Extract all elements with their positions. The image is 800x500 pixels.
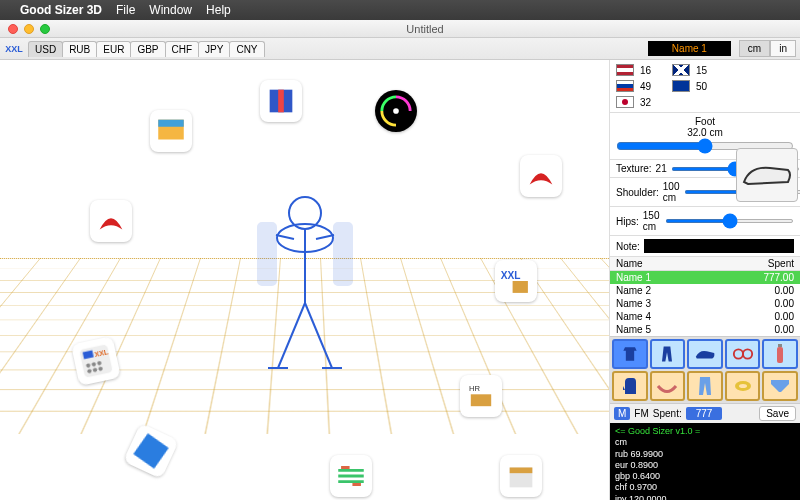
note-input[interactable] xyxy=(644,239,794,253)
hips-value: 150 cm xyxy=(643,210,661,232)
currency-tab-cny[interactable]: CNY xyxy=(229,41,264,57)
maximize-icon[interactable] xyxy=(40,24,50,34)
console-output[interactable]: <= Good Sizer v1.0 = cm rub 69.9900 eur … xyxy=(610,423,800,500)
note-label: Note: xyxy=(616,241,640,252)
cell-spent: 0.00 xyxy=(738,311,794,322)
floating-item-disc[interactable] xyxy=(375,90,417,132)
svg-rect-35 xyxy=(777,347,783,363)
currency-tab-rub[interactable]: RUB xyxy=(62,41,97,57)
table-row[interactable]: Name 5 0.00 xyxy=(610,323,800,336)
toolbar: XXL USD RUB EUR GBP CHF JPY CNY Name 1 c… xyxy=(0,38,800,60)
item-shoe-icon[interactable] xyxy=(687,339,723,369)
table-row[interactable]: Name 4 0.00 xyxy=(610,310,800,323)
table-row[interactable]: Name 3 0.00 xyxy=(610,297,800,310)
item-goggles-icon[interactable] xyxy=(725,339,761,369)
cell-spent: 777.00 xyxy=(738,272,794,283)
hips-slider[interactable] xyxy=(665,219,794,223)
size-eu: 50 xyxy=(696,81,722,92)
currency-tab-gbp[interactable]: GBP xyxy=(130,41,165,57)
menu-file[interactable]: File xyxy=(116,3,135,17)
save-button[interactable]: Save xyxy=(759,406,796,421)
viewport-3d[interactable]: XXL XXL HR xyxy=(0,60,610,500)
currency-tab-chf[interactable]: CHF xyxy=(165,41,200,57)
robot-figure[interactable] xyxy=(230,183,380,377)
app-name[interactable]: Good Sizer 3D xyxy=(20,3,102,17)
floating-item-calc[interactable]: XXL xyxy=(71,336,121,386)
console-line: jpy 120.0000 xyxy=(615,494,795,501)
item-trousers-icon[interactable] xyxy=(687,371,723,401)
svg-text:XXL: XXL xyxy=(501,270,521,281)
traffic-lights xyxy=(0,24,50,34)
spent-table: Name Spent Name 1 777.00 Name 2 0.00 Nam… xyxy=(610,257,800,337)
unit-tab-cm[interactable]: cm xyxy=(739,40,770,57)
svg-rect-18 xyxy=(513,281,528,293)
svg-line-7 xyxy=(278,303,305,368)
console-line: cm xyxy=(615,437,795,448)
window-titlebar: Untitled xyxy=(0,20,800,38)
app-logo-icon: XXL xyxy=(0,38,28,60)
item-jacket-icon[interactable] xyxy=(612,339,648,369)
gender-m-button[interactable]: M xyxy=(614,407,630,420)
floating-item-6[interactable] xyxy=(330,455,372,497)
svg-rect-14 xyxy=(278,90,284,113)
flag-eu-icon[interactable] xyxy=(672,80,690,92)
table-row[interactable]: Name 2 0.00 xyxy=(610,284,800,297)
svg-line-6 xyxy=(316,235,334,239)
cell-spent: 0.00 xyxy=(738,298,794,309)
item-ring-icon[interactable] xyxy=(725,371,761,401)
cell-spent: 0.00 xyxy=(738,324,794,335)
currency-tab-eur[interactable]: EUR xyxy=(96,41,131,57)
floating-item-3[interactable] xyxy=(520,155,562,197)
flag-us-icon[interactable] xyxy=(616,64,634,76)
item-category-grid xyxy=(610,337,800,403)
side-panel: 16 15 49 50 32 Foot 32.0 cm Texture: 21 … xyxy=(610,60,800,500)
flag-ru-icon[interactable] xyxy=(616,80,634,92)
shoulder-label: Shoulder: xyxy=(616,187,659,198)
size-us: 16 xyxy=(640,65,666,76)
svg-line-8 xyxy=(305,303,332,368)
item-pants-icon[interactable] xyxy=(650,339,686,369)
svg-line-5 xyxy=(276,235,294,239)
svg-rect-12 xyxy=(158,120,184,127)
spent-label: Spent: xyxy=(653,408,682,419)
texture-label: Texture: xyxy=(616,163,652,174)
floating-item-xxl[interactable]: XXL xyxy=(495,260,537,302)
mac-menubar: Good Sizer 3D File Window Help xyxy=(0,0,800,20)
cell-spent: 0.00 xyxy=(738,285,794,296)
item-bottle-icon[interactable] xyxy=(762,339,798,369)
console-header: <= Good Sizer v1.0 = xyxy=(615,426,795,437)
unit-tab-in[interactable]: in xyxy=(770,40,796,57)
size-jp: 32 xyxy=(640,97,666,108)
hips-section: Hips: 150 cm xyxy=(610,207,800,236)
bottom-bar: M FM Spent: 777 Save xyxy=(610,403,800,423)
col-name[interactable]: Name xyxy=(616,258,738,269)
item-glove-icon[interactable] xyxy=(612,371,648,401)
floating-item-1[interactable] xyxy=(150,110,192,152)
cell-name: Name 3 xyxy=(616,298,738,309)
floating-item-2[interactable] xyxy=(260,80,302,122)
floating-item-4[interactable] xyxy=(90,200,132,242)
cell-name: Name 2 xyxy=(616,285,738,296)
shoulder-value: 100 cm xyxy=(663,181,680,203)
item-briefs-icon[interactable] xyxy=(762,371,798,401)
minimize-icon[interactable] xyxy=(24,24,34,34)
close-icon[interactable] xyxy=(8,24,18,34)
svg-text:HR: HR xyxy=(469,384,481,393)
floating-item-hr[interactable]: HR xyxy=(460,375,502,417)
table-row[interactable]: Name 1 777.00 xyxy=(610,271,800,284)
foot-label: Foot xyxy=(616,116,794,127)
flag-jp-icon[interactable] xyxy=(616,96,634,108)
currency-tab-usd[interactable]: USD xyxy=(28,41,63,57)
svg-rect-32 xyxy=(510,468,533,474)
menu-help[interactable]: Help xyxy=(206,3,231,17)
console-line: rub 69.9900 xyxy=(615,449,795,460)
gender-fm-button[interactable]: FM xyxy=(634,408,648,419)
flag-uk-icon[interactable] xyxy=(672,64,690,76)
hips-label: Hips: xyxy=(616,216,639,227)
col-spent[interactable]: Spent xyxy=(738,258,794,269)
item-chain-icon[interactable] xyxy=(650,371,686,401)
menu-window[interactable]: Window xyxy=(149,3,192,17)
currency-tab-jpy[interactable]: JPY xyxy=(198,41,230,57)
floating-item-7[interactable] xyxy=(500,455,542,497)
svg-rect-36 xyxy=(778,344,782,347)
